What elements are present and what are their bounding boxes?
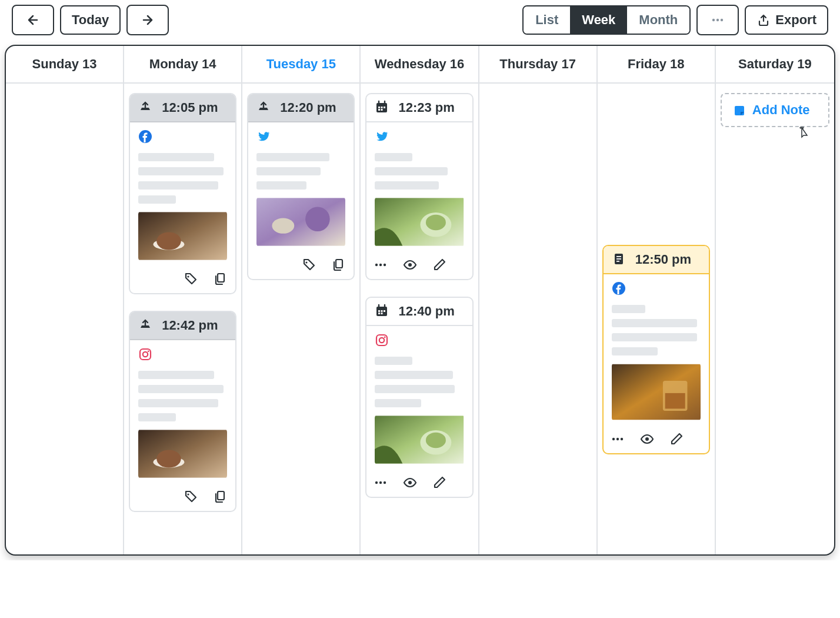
next-button[interactable] bbox=[126, 5, 169, 35]
day-column[interactable]: Add Note bbox=[716, 84, 834, 554]
upload-icon bbox=[138, 100, 154, 115]
note-icon bbox=[732, 104, 745, 117]
more-button[interactable] bbox=[696, 5, 739, 35]
add-note-button[interactable]: Add Note bbox=[721, 93, 829, 127]
card-footer bbox=[130, 485, 235, 511]
svg-point-35 bbox=[426, 215, 446, 230]
arrow-right-icon bbox=[141, 13, 155, 27]
card-footer bbox=[366, 253, 472, 279]
content-placeholder bbox=[256, 153, 345, 190]
svg-rect-41 bbox=[665, 393, 685, 408]
day-header: Thursday 17 bbox=[479, 46, 598, 84]
day-header-today: Tuesday 15 bbox=[242, 46, 361, 84]
tag-icon[interactable] bbox=[184, 490, 199, 505]
day-column[interactable] bbox=[6, 84, 124, 554]
pencil-icon[interactable] bbox=[432, 258, 448, 273]
card-time: 12:40 pm bbox=[398, 304, 454, 319]
cursor-icon bbox=[796, 126, 809, 139]
dots-icon[interactable] bbox=[374, 476, 389, 491]
day-column[interactable]: 12:50 pm bbox=[598, 84, 716, 554]
day-header: Saturday 19 bbox=[716, 46, 834, 84]
post-card[interactable]: 12:23 pm bbox=[365, 93, 473, 280]
svg-point-26 bbox=[156, 232, 181, 250]
content-placeholder bbox=[375, 153, 464, 190]
day-column[interactable]: 12:05 pm 12:42 pm bbox=[124, 84, 242, 554]
dots-icon[interactable] bbox=[611, 432, 626, 447]
calendar-body: 12:05 pm 12:42 pm bbox=[6, 84, 834, 554]
copy-icon[interactable] bbox=[331, 258, 346, 273]
card-footer bbox=[130, 267, 235, 293]
twitter-icon bbox=[256, 129, 345, 147]
calendar: Sunday 13 Monday 14 Tuesday 15 Wednesday… bbox=[5, 45, 835, 556]
tag-icon[interactable] bbox=[184, 272, 199, 287]
export-label: Export bbox=[775, 12, 816, 28]
instagram-icon bbox=[375, 333, 464, 351]
upload-icon bbox=[138, 318, 154, 333]
post-thumbnail bbox=[138, 211, 227, 261]
post-card[interactable]: 12:42 pm bbox=[129, 311, 236, 512]
post-card[interactable]: 12:40 pm bbox=[365, 297, 473, 498]
pencil-icon[interactable] bbox=[669, 432, 685, 447]
view-month[interactable]: Month bbox=[627, 6, 689, 34]
dots-icon bbox=[711, 13, 725, 27]
post-thumbnail bbox=[256, 197, 345, 247]
prev-button[interactable] bbox=[12, 5, 54, 35]
export-button[interactable]: Export bbox=[745, 5, 828, 35]
today-button[interactable]: Today bbox=[60, 5, 121, 35]
svg-rect-27 bbox=[138, 430, 227, 477]
card-header: 12:40 pm bbox=[366, 298, 472, 326]
facebook-icon bbox=[138, 129, 227, 147]
content-placeholder bbox=[612, 305, 701, 355]
post-card[interactable]: 12:05 pm bbox=[129, 93, 236, 294]
calendar-header: Sunday 13 Monday 14 Tuesday 15 Wednesday… bbox=[6, 46, 834, 84]
document-icon bbox=[612, 252, 627, 267]
day-header: Monday 14 bbox=[124, 46, 242, 84]
post-card-draft[interactable]: 12:50 pm bbox=[602, 245, 710, 454]
instagram-icon bbox=[138, 347, 227, 365]
post-thumbnail bbox=[375, 414, 464, 465]
card-footer bbox=[604, 427, 709, 453]
post-thumbnail bbox=[612, 363, 701, 421]
calendar-icon bbox=[375, 304, 390, 319]
card-header: 12:05 pm bbox=[130, 94, 235, 122]
twitter-icon bbox=[375, 129, 464, 147]
add-note-label: Add Note bbox=[752, 102, 810, 118]
eye-icon[interactable] bbox=[640, 432, 655, 447]
copy-icon[interactable] bbox=[213, 272, 228, 287]
copy-icon[interactable] bbox=[213, 490, 228, 505]
svg-point-38 bbox=[426, 433, 446, 448]
tag-icon[interactable] bbox=[302, 258, 317, 273]
eye-icon[interactable] bbox=[403, 476, 418, 491]
arrow-left-icon bbox=[26, 13, 40, 27]
day-column[interactable]: 12:20 pm bbox=[242, 84, 361, 554]
dots-icon[interactable] bbox=[374, 258, 389, 273]
card-time: 12:20 pm bbox=[280, 100, 336, 115]
pencil-icon[interactable] bbox=[432, 476, 448, 491]
post-thumbnail bbox=[138, 428, 227, 479]
svg-rect-24 bbox=[138, 212, 227, 260]
card-time: 12:50 pm bbox=[635, 252, 691, 267]
post-card[interactable]: 12:20 pm bbox=[247, 93, 355, 280]
svg-point-32 bbox=[305, 207, 330, 231]
svg-point-29 bbox=[156, 450, 181, 467]
day-header: Wednesday 16 bbox=[361, 46, 479, 84]
eye-icon[interactable] bbox=[403, 258, 418, 273]
card-time: 12:05 pm bbox=[162, 100, 218, 115]
content-placeholder bbox=[138, 153, 227, 204]
card-footer bbox=[248, 253, 354, 279]
svg-rect-30 bbox=[256, 198, 345, 245]
upload-icon bbox=[256, 100, 272, 115]
day-column[interactable]: 12:23 pm 12:40 pm bbox=[361, 84, 479, 554]
card-header: 12:42 pm bbox=[130, 312, 235, 340]
card-header: 12:23 pm bbox=[366, 94, 472, 122]
post-thumbnail bbox=[375, 197, 464, 247]
view-week[interactable]: Week bbox=[570, 6, 627, 34]
toolbar: Today List Week Month Export bbox=[5, 5, 835, 45]
view-list[interactable]: List bbox=[524, 6, 570, 34]
day-column[interactable] bbox=[479, 84, 598, 554]
svg-point-31 bbox=[272, 218, 295, 233]
day-header: Friday 18 bbox=[598, 46, 716, 84]
card-time: 12:23 pm bbox=[398, 100, 454, 115]
card-footer bbox=[366, 471, 472, 497]
facebook-icon bbox=[612, 281, 701, 299]
